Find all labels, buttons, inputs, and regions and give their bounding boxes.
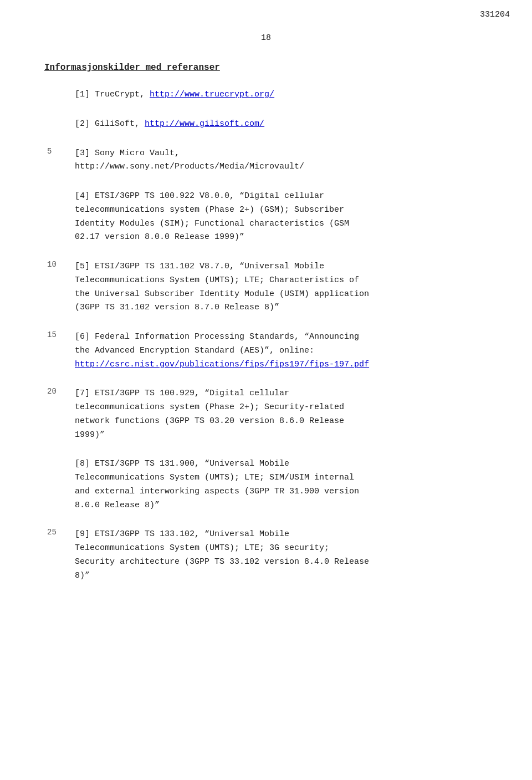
- ref1-text: [1] TrueCrypt, http://www.truecrypt.org/: [75, 88, 488, 102]
- reference-4: [4] ETSI/3GPP TS 100.922 V8.0.0, “Digita…: [75, 190, 488, 244]
- section-heading: Informasjonskilder med referanser: [44, 63, 488, 73]
- reference-8: [8] ETSI/3GPP TS 131.900, “Universal Mob…: [75, 457, 488, 512]
- ref6-text: [6] Federal Information Processing Stand…: [75, 330, 488, 371]
- ref1-link[interactable]: http://www.truecrypt.org/: [150, 90, 274, 99]
- reference-6: 15 [6] Federal Information Processing St…: [75, 330, 488, 371]
- reference-5: 10 [5] ETSI/3GPP TS 131.102 V8.7.0, “Uni…: [75, 260, 488, 315]
- ref2-link[interactable]: http://www.gilisoft.com/: [145, 119, 264, 129]
- ref5-text: [5] ETSI/3GPP TS 131.102 V8.7.0, “Univer…: [75, 260, 488, 315]
- reference-2: [2] GiliSoft, http://www.gilisoft.com/: [75, 118, 488, 131]
- reference-7: 20 [7] ETSI/3GPP TS 100.929, “Digital ce…: [75, 387, 488, 442]
- ref9-text: [9] ETSI/3GPP TS 133.102, “Universal Mob…: [75, 528, 488, 583]
- line-num-10: 10: [47, 260, 57, 269]
- line-num-5: 5: [47, 147, 52, 156]
- line-num-15: 15: [47, 330, 57, 339]
- ref6-link[interactable]: http://csrc.nist.gov/publications/fips/f…: [75, 360, 369, 369]
- ref4-text: [4] ETSI/3GPP TS 100.922 V8.0.0, “Digita…: [75, 190, 488, 244]
- line-num-25: 25: [47, 528, 57, 537]
- reference-1: [1] TrueCrypt, http://www.truecrypt.org/: [75, 88, 488, 102]
- ref3-text: [3] Sony Micro Vault,http://www.sony.net…: [75, 147, 488, 175]
- page-number-center: 18: [261, 33, 271, 43]
- reference-3: 5 [3] Sony Micro Vault,http://www.sony.n…: [75, 147, 488, 175]
- ref7-text: [7] ETSI/3GPP TS 100.929, “Digital cellu…: [75, 387, 488, 442]
- reference-9: 25 [9] ETSI/3GPP TS 133.102, “Universal …: [75, 528, 488, 583]
- ref8-text: [8] ETSI/3GPP TS 131.900, “Universal Mob…: [75, 457, 488, 512]
- line-num-20: 20: [47, 387, 57, 396]
- ref2-text: [2] GiliSoft, http://www.gilisoft.com/: [75, 118, 488, 131]
